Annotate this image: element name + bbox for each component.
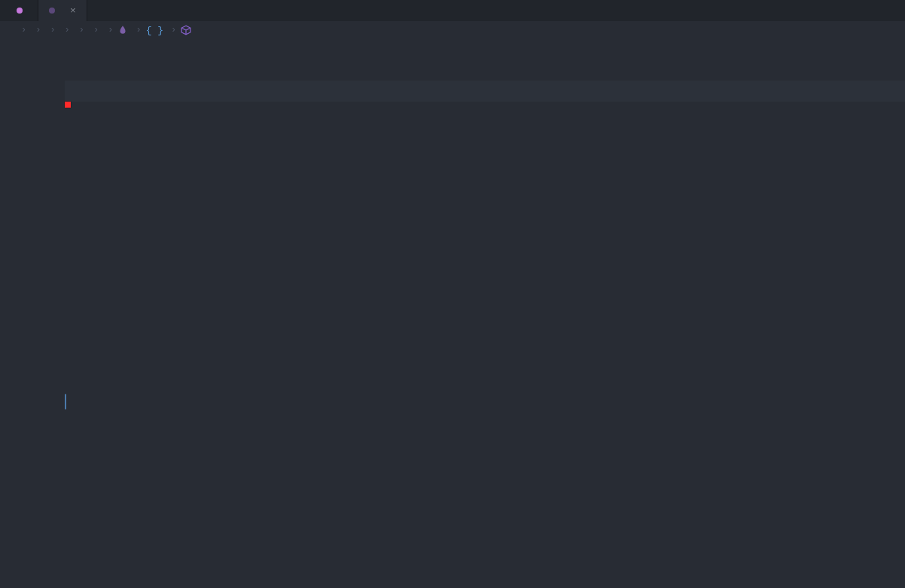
crumb-file[interactable] (117, 25, 131, 35)
code-line (65, 391, 905, 413)
modified-dot-icon (17, 8, 23, 14)
crumb-module[interactable]: { } (146, 25, 166, 36)
crumb-symbol[interactable] (181, 25, 194, 35)
code-line (65, 516, 905, 537)
chevron-right-icon: › (35, 25, 41, 35)
chevron-right-icon: › (50, 25, 55, 35)
chevron-right-icon: › (136, 25, 141, 35)
chevron-right-icon: › (79, 25, 84, 35)
tab-credo-exs[interactable] (6, 0, 38, 21)
code-line (65, 205, 905, 226)
tab-tag-todo[interactable]: × (38, 0, 87, 21)
code-area[interactable] (65, 39, 905, 588)
editor-tabs: × (0, 0, 905, 21)
cube-icon (181, 25, 191, 35)
code-editor[interactable] (0, 39, 905, 588)
current-line-highlight (65, 81, 905, 102)
code-line (65, 453, 905, 474)
chevron-right-icon: › (21, 25, 26, 35)
chevron-right-icon: › (93, 25, 99, 35)
braces-icon: { } (146, 25, 163, 36)
elixir-file-icon (49, 8, 55, 14)
chevron-right-icon: › (108, 25, 113, 35)
line-number-gutter (0, 39, 65, 588)
code-line (65, 577, 905, 588)
code-line (65, 329, 905, 350)
chevron-right-icon: › (171, 25, 176, 35)
code-line (65, 267, 905, 288)
red-highlight-box (65, 102, 71, 108)
close-icon[interactable]: × (70, 5, 76, 17)
elixir-file-icon (117, 25, 128, 35)
code-line (65, 143, 905, 164)
chevron-right-icon: › (65, 25, 70, 35)
breadcrumb: › › › › › › › › { } › (0, 21, 905, 39)
